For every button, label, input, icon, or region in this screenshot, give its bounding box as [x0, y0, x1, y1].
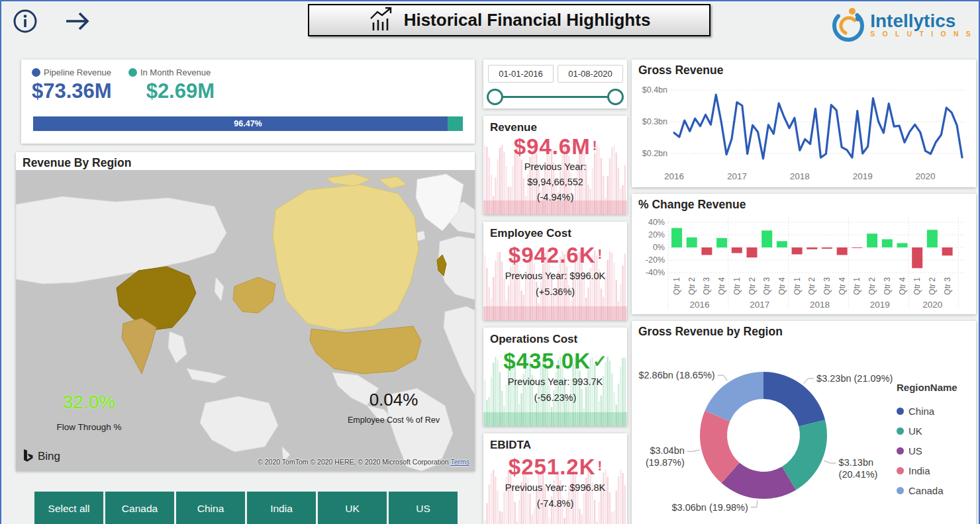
- kpi-column: Revenue$94.6M!Previous Year:$9,94,66,552…: [483, 60, 627, 524]
- pipeline-progress-bar: 96.47%: [33, 116, 463, 131]
- svg-text:Qtr 2: Qtr 2: [928, 277, 937, 295]
- svg-text:Qtr 4: Qtr 4: [838, 277, 847, 295]
- page-title: Historical Financial Highlights: [404, 10, 651, 30]
- legend-label: Canada: [908, 485, 944, 496]
- flow-through-label: Flow Through %: [41, 422, 137, 432]
- pct-change-revenue-chart-card: % Change Revenue 40%20%0%-20%-40%Qtr 1Qt…: [632, 194, 976, 314]
- bing-label: Bing: [38, 450, 60, 463]
- legend-dot: [897, 427, 904, 435]
- svg-text:$3.23bn (21.09%): $3.23bn (21.09%): [816, 373, 893, 384]
- gross-revenue-chart-card: Gross Revenue $0.4bn$0.3bn$0.2bn20162017…: [632, 60, 976, 187]
- chart-title: % Change Revenue: [632, 194, 976, 213]
- legend-label: India: [908, 465, 930, 476]
- analytics-chart-icon: [368, 7, 395, 34]
- kpi-prev-year-line: Previous Year: $996.8K: [483, 480, 627, 496]
- region-filter-button-select-all[interactable]: Select all: [34, 492, 103, 524]
- kpi-status-indicator: !: [598, 247, 603, 261]
- legend-label: UK: [908, 425, 922, 437]
- svg-text:$3.06bn (19.98%): $3.06bn (19.98%): [672, 502, 748, 513]
- legend-dot: [897, 487, 904, 494]
- kpi-prev-year-line: Previous Year: $996.0K: [483, 268, 627, 284]
- region-filter-button-india[interactable]: India: [247, 492, 316, 524]
- svg-text:Qtr 4: Qtr 4: [898, 277, 907, 295]
- info-icon[interactable]: [12, 8, 38, 37]
- legend-item-uk[interactable]: UK: [897, 421, 957, 441]
- kpi-title: Operations Cost: [483, 328, 627, 346]
- legend-item-china[interactable]: China: [897, 401, 957, 421]
- svg-text:0%: 0%: [653, 243, 665, 252]
- employee-cost-pct-kpi: 0.04% Employee Cost % of Rev: [326, 390, 462, 425]
- legend-item-india[interactable]: India: [897, 460, 957, 480]
- svg-text:Qtr 1: Qtr 1: [912, 277, 922, 295]
- legend-item-canada[interactable]: Canada: [897, 480, 957, 500]
- date-range-slicer: [483, 60, 627, 109]
- kpi-card-employee-cost[interactable]: Employee Cost$942.6K!Previous Year: $996…: [483, 222, 627, 320]
- terms-link[interactable]: Terms: [450, 458, 469, 466]
- kpi-prev-year-line: Previous Year: 993.7K: [483, 374, 627, 390]
- employee-cost-pct-label: Employee Cost % of Rev: [326, 415, 462, 425]
- legend-dot-teal: [128, 68, 137, 77]
- pct-change-plot[interactable]: 40%20%0%-20%-40%Qtr 1Qtr 2Qtr 3Qtr 4Qtr …: [634, 211, 971, 312]
- region-filter-button-canada[interactable]: Canada: [105, 492, 174, 524]
- region-filter-button-us[interactable]: US: [389, 492, 458, 524]
- legend-label: US: [908, 445, 922, 457]
- kpi-title: EBIDTA: [483, 433, 627, 452]
- region-filter-button-china[interactable]: China: [176, 492, 245, 524]
- kpi-prev-year-line: Previous Year:: [483, 159, 627, 175]
- chart-title: Gross Revenue: [632, 60, 976, 79]
- logo-mark-icon: [830, 4, 867, 46]
- legend-in-month-revenue: In Month Revenue: [128, 67, 211, 77]
- svg-text:-20%: -20%: [646, 255, 665, 265]
- kpi-status-indicator: !: [598, 459, 603, 473]
- svg-text:$0.4bn: $0.4bn: [642, 85, 667, 95]
- bing-logo[interactable]: Bing: [23, 449, 60, 464]
- svg-text:2017: 2017: [750, 300, 769, 310]
- svg-text:2020: 2020: [916, 171, 936, 181]
- svg-text:$3.13bn(20.41%): $3.13bn(20.41%): [839, 457, 878, 480]
- progress-label: 96.47%: [33, 119, 463, 128]
- chart-title: Gross Revenue by Region: [632, 321, 976, 340]
- svg-text:Qtr 3: Qtr 3: [702, 277, 711, 295]
- svg-text:$0.3bn: $0.3bn: [642, 117, 667, 126]
- legend-item-us[interactable]: US: [897, 441, 957, 460]
- kpi-title: Employee Cost: [483, 222, 627, 240]
- svg-text:40%: 40%: [648, 218, 665, 227]
- kpi-prev-year-line: (-4.94%): [483, 190, 627, 205]
- slider-track[interactable]: [494, 96, 616, 98]
- region-legend: RegionName ChinaUKUSIndiaCanada: [897, 382, 957, 500]
- date-start-input[interactable]: [488, 65, 554, 83]
- region-filter-button-uk[interactable]: UK: [318, 492, 387, 524]
- svg-text:2019: 2019: [853, 171, 873, 181]
- map-title: Revenue By Region: [16, 152, 475, 171]
- arrow-right-icon[interactable]: [62, 9, 93, 36]
- gross-revenue-plot[interactable]: $0.4bn$0.3bn$0.2bn20162017201820192020: [634, 77, 971, 184]
- kpi-prev-year-line: $9,94,66,552: [483, 175, 627, 190]
- svg-text:$2.86bn (18.65%): $2.86bn (18.65%): [638, 370, 714, 380]
- legend-title: RegionName: [897, 382, 957, 393]
- attribution-text: © 2020 TomTom © 2020 HERE, © 2020 Micros…: [258, 458, 449, 466]
- legend-dot: [897, 408, 904, 415]
- svg-text:2020: 2020: [922, 300, 942, 310]
- gross-revenue-by-region-card: Gross Revenue by Region $3.23bn (21.09%)…: [632, 321, 976, 524]
- svg-text:Qtr 3: Qtr 3: [883, 277, 892, 295]
- pipeline-revenue-card[interactable]: Pipeline Revenue In Month Revenue $73.36…: [21, 60, 475, 144]
- employee-cost-pct-value: 0.04%: [326, 390, 462, 410]
- kpi-title: Revenue: [483, 116, 627, 134]
- kpi-card-revenue[interactable]: Revenue$94.6M!Previous Year:$9,94,66,552…: [483, 116, 627, 214]
- slider-handle-start[interactable]: [487, 89, 503, 105]
- date-end-input[interactable]: [558, 65, 623, 83]
- svg-text:Qtr 1: Qtr 1: [672, 277, 681, 295]
- svg-text:2016: 2016: [689, 300, 709, 310]
- kpi-value: $942.6K: [509, 243, 596, 267]
- kpi-card-operations-cost[interactable]: Operations Cost$435.0K✓Previous Year: 99…: [483, 328, 627, 426]
- slider-handle-end[interactable]: [607, 89, 624, 105]
- svg-text:Qtr 3: Qtr 3: [822, 277, 832, 295]
- svg-text:2018: 2018: [790, 171, 810, 181]
- kpi-card-ebidta[interactable]: EBIDTA$251.2K!Previous Year: $996.8K(-74…: [483, 433, 627, 524]
- svg-text:-40%: -40%: [646, 268, 665, 277]
- svg-text:Qtr 2: Qtr 2: [807, 277, 816, 295]
- svg-text:Qtr 2: Qtr 2: [687, 277, 697, 295]
- svg-text:$0.2bn: $0.2bn: [642, 149, 667, 158]
- legend-dot-blue: [32, 68, 40, 77]
- region-donut-plot[interactable]: $3.23bn (21.09%)$3.13bn(20.41%)$3.06bn (…: [634, 339, 912, 524]
